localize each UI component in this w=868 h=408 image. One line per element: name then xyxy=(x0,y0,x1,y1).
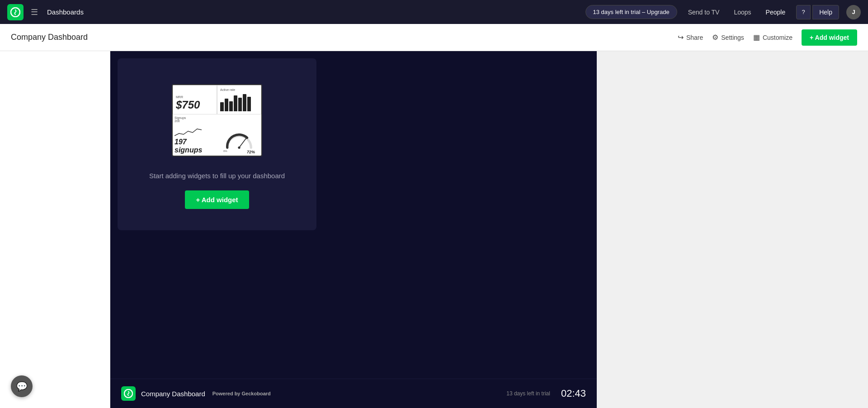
settings-action[interactable]: ⚙ Settings xyxy=(712,33,744,42)
illus-signups-label: Signups xyxy=(175,116,215,119)
bar-1 xyxy=(220,102,224,111)
bar-5 xyxy=(238,98,242,111)
page-title: Company Dashboard xyxy=(11,33,88,42)
share-label: Share xyxy=(686,34,703,41)
right-area xyxy=(597,51,868,408)
footer-logo xyxy=(121,386,136,401)
signups-sparkline xyxy=(175,124,202,138)
illus-gauge-min: 0% xyxy=(223,150,227,154)
trial-upgrade-button[interactable]: 13 days left in trial – Upgrade xyxy=(585,5,677,19)
settings-label: Settings xyxy=(721,34,744,41)
card-message: Start adding widgets to fill up your das… xyxy=(149,172,285,180)
help-question-button[interactable]: ? xyxy=(796,5,811,19)
svg-line-1 xyxy=(239,138,246,147)
gauge-svg xyxy=(223,132,255,150)
share-action[interactable]: ↪ Share xyxy=(678,33,703,42)
empty-widget-card: MRR $750 Active rate xyxy=(118,58,316,230)
help-group: ? Help xyxy=(796,5,839,19)
add-widget-button[interactable]: + Add widget xyxy=(802,29,857,46)
user-avatar[interactable]: J xyxy=(846,5,861,19)
dashboard-footer: Company Dashboard Powered by Geckoboard … xyxy=(110,379,597,408)
bar-6 xyxy=(243,94,246,111)
illus-signups-value: 197 signups xyxy=(175,138,215,154)
nav-dashboards-label[interactable]: Dashboards xyxy=(47,8,84,16)
footer-dashboard-title: Company Dashboard xyxy=(141,390,205,398)
footer-time: 02:43 xyxy=(561,388,586,399)
chat-bubble[interactable]: 💬 xyxy=(11,375,33,397)
illustration-card: MRR $750 Active rate xyxy=(172,84,262,157)
dashboard-canvas: MRR $750 Active rate xyxy=(110,51,597,408)
nav-loops[interactable]: Loops xyxy=(730,6,755,19)
illus-mrr-label: MRR xyxy=(176,95,214,99)
customize-label: Customize xyxy=(763,34,793,41)
sub-header: Company Dashboard ↪ Share ⚙ Settings ▦ C… xyxy=(0,24,868,51)
main-content: MRR $750 Active rate xyxy=(0,51,868,408)
nav-send-to-tv[interactable]: Send to TV xyxy=(684,6,723,19)
settings-icon: ⚙ xyxy=(712,33,718,42)
share-icon: ↪ xyxy=(678,33,684,42)
illus-bars xyxy=(220,93,258,111)
nav-logo xyxy=(7,4,24,20)
customize-icon: ▦ xyxy=(753,33,760,42)
bar-7 xyxy=(247,97,251,111)
illus-gauge-value: 72% xyxy=(247,150,255,154)
chat-icon: 💬 xyxy=(16,381,28,392)
illus-signups-cell: Signups 200 197 signups xyxy=(173,114,217,156)
customize-action[interactable]: ▦ Customize xyxy=(753,33,793,42)
header-actions: ↪ Share ⚙ Settings ▦ Customize + Add wid… xyxy=(678,29,857,46)
illus-mrr-value: $750 xyxy=(176,99,214,111)
bar-3 xyxy=(229,101,233,111)
bar-2 xyxy=(225,99,228,111)
illus-gauge-cell: 0% 72% xyxy=(217,114,261,156)
illus-signups-count: 200 xyxy=(175,119,215,123)
card-add-widget-button[interactable]: + Add widget xyxy=(185,190,249,209)
illus-bars-cell: Active rate xyxy=(217,85,261,114)
illus-mrr-cell: MRR $750 xyxy=(173,85,217,114)
footer-powered: Powered by Geckoboard xyxy=(212,391,271,396)
nav-people[interactable]: People xyxy=(762,6,789,19)
illus-active-rate-label: Active rate xyxy=(220,88,258,91)
menu-icon[interactable]: ☰ xyxy=(31,7,38,17)
sidebar xyxy=(0,51,110,408)
footer-trial-text: 13 days left in trial xyxy=(506,390,550,397)
bar-4 xyxy=(234,95,237,111)
dashboard-illustration: MRR $750 Active rate xyxy=(167,80,267,161)
top-nav: ☰ Dashboards 13 days left in trial – Upg… xyxy=(0,0,868,24)
help-button[interactable]: Help xyxy=(812,5,839,19)
svg-point-2 xyxy=(238,147,240,149)
